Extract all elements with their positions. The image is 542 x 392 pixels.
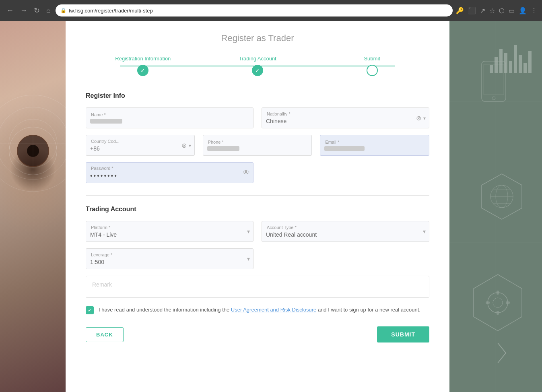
button-row: BACK SUBMIT (86, 326, 429, 342)
account-type-actions: ▾ (423, 228, 426, 235)
submit-button[interactable]: SUBMIT (377, 326, 429, 342)
email-group: Email * (320, 135, 429, 156)
svg-rect-11 (519, 55, 522, 73)
nationality-group: Nationality * Chinese ⊗ ▾ (262, 107, 429, 128)
email-value (324, 146, 365, 151)
platform-dropdown-icon[interactable]: ▾ (247, 228, 250, 235)
step-submit[interactable]: Submit (315, 56, 429, 76)
page-title: Register as Trader (86, 33, 429, 43)
trading-account-section: Trading Account Platform * MT4 - Live ▾ (86, 206, 429, 269)
svg-rect-26 (497, 291, 499, 295)
url-text: tw.fisg.com/register/trader/multi-step (69, 8, 153, 14)
nationality-actions: ⊗ ▾ (416, 114, 426, 122)
password-field-wrapper[interactable]: Password * •••••••• 👁 (86, 162, 253, 183)
phone-group: Phone * (203, 135, 312, 156)
right-sidebar-decoration (449, 21, 542, 392)
svg-point-16 (492, 97, 495, 100)
svg-rect-27 (497, 311, 499, 315)
account-type-group: Account Type * United Real account ▾ (262, 221, 429, 242)
country-code-field-wrapper[interactable]: Country Cod... +86 ⊗ ▾ (86, 135, 195, 156)
name-nationality-row: Name * Nationality * Chinese ⊗ ▾ (86, 107, 429, 128)
window-icon[interactable]: ▭ (509, 7, 515, 14)
center-content: Register as Trader Registration Informat… (66, 21, 449, 392)
password-actions: 👁 (243, 169, 250, 177)
account-type-dropdown-icon[interactable]: ▾ (423, 228, 426, 235)
leverage-value: 1:500 (90, 259, 249, 265)
password-group: Password * •••••••• 👁 (86, 162, 253, 183)
nationality-dropdown-icon[interactable]: ▾ (423, 115, 426, 121)
platform-field-wrapper[interactable]: Platform * MT4 - Live ▾ (86, 221, 253, 242)
country-code-dropdown-icon[interactable]: ▾ (189, 142, 191, 148)
account-type-value: United Real account (266, 231, 425, 238)
step-1-label: Registration Information (115, 56, 171, 62)
browser-actions: 🔑 ⬛ ↗ ☆ ⬡ ▭ 👤 ⋮ (456, 7, 537, 14)
email-label: Email * (324, 140, 425, 144)
bookmark-icon[interactable]: ☆ (489, 7, 495, 14)
phone-value (207, 146, 239, 151)
svg-rect-9 (509, 61, 512, 73)
nationality-clear-icon[interactable]: ⊗ (416, 114, 421, 122)
leverage-group: Leverage * 1:500 ▾ (86, 248, 253, 269)
account-type-field-wrapper[interactable]: Account Type * United Real account ▾ (262, 221, 429, 242)
browser-chrome: ← → ↻ ⌂ 🔒 tw.fisg.com/register/trader/mu… (0, 0, 542, 21)
main-layout: Register as Trader Registration Informat… (0, 21, 542, 392)
step-2-label: Trading Account (239, 56, 276, 62)
name-label: Name * (90, 112, 249, 117)
back-nav-button[interactable]: ← (5, 5, 15, 17)
key-icon[interactable]: 🔑 (456, 7, 464, 14)
svg-marker-23 (474, 274, 522, 331)
agreement-checkbox[interactable]: ✓ (86, 306, 94, 314)
svg-rect-28 (486, 301, 490, 304)
share-icon[interactable]: ↗ (480, 7, 485, 14)
platform-label: Platform * (90, 225, 249, 230)
password-row: Password * •••••••• 👁 (86, 162, 429, 183)
extensions-icon[interactable]: ⬡ (499, 7, 505, 14)
leverage-actions: ▾ (247, 256, 250, 262)
nationality-field-wrapper[interactable]: Nationality * Chinese ⊗ ▾ (262, 107, 429, 128)
password-toggle-icon[interactable]: 👁 (243, 169, 250, 177)
address-bar[interactable]: 🔒 tw.fisg.com/register/trader/multi-step (56, 4, 453, 17)
step-trading-account[interactable]: Trading Account ✓ (200, 56, 315, 76)
stepper: Registration Information ✓ Trading Accou… (86, 56, 429, 76)
email-field-wrapper[interactable]: Email * (320, 135, 429, 156)
country-code-group: Country Cod... +86 ⊗ ▾ (86, 135, 195, 156)
step-3-circle (367, 65, 378, 76)
refresh-button[interactable]: ↻ (32, 4, 41, 17)
svg-marker-17 (482, 174, 522, 219)
name-group: Name * (86, 107, 253, 128)
step-registration-info[interactable]: Registration Information ✓ (86, 56, 200, 76)
agreement-row: ✓ I have read and understood the informa… (86, 306, 429, 314)
back-button[interactable]: BACK (86, 327, 124, 342)
name-value (90, 119, 122, 124)
agreement-text: I have read and understood the informati… (99, 306, 420, 314)
leverage-label: Leverage * (90, 252, 249, 257)
platform-account-row: Platform * MT4 - Live ▾ Account Type * U… (86, 221, 429, 242)
svg-point-25 (493, 298, 503, 307)
trading-account-title: Trading Account (86, 206, 429, 213)
country-code-clear-icon[interactable]: ⊗ (181, 142, 187, 149)
remark-field-wrapper[interactable]: Remark (86, 276, 429, 298)
cast-icon[interactable]: ⬛ (468, 7, 476, 14)
remark-placeholder: Remark (92, 281, 112, 288)
forward-nav-button[interactable]: → (19, 5, 29, 17)
home-button[interactable]: ⌂ (45, 5, 52, 17)
svg-rect-5 (490, 65, 493, 73)
svg-rect-10 (514, 45, 517, 73)
phone-label: Phone * (207, 140, 308, 144)
leverage-dropdown-icon[interactable]: ▾ (247, 256, 250, 262)
svg-rect-13 (528, 51, 532, 73)
phone-field-wrapper[interactable]: Phone * (203, 135, 312, 156)
menu-icon[interactable]: ⋮ (531, 7, 537, 14)
country-code-label: Country Cod... (90, 139, 190, 144)
name-field-wrapper[interactable]: Name * (86, 107, 253, 128)
lock-icon: 🔒 (60, 8, 66, 13)
right-sidebar-svg (449, 21, 542, 392)
step-1-circle: ✓ (137, 65, 148, 76)
profile-icon[interactable]: 👤 (519, 7, 527, 14)
password-value: •••••••• (90, 172, 249, 179)
svg-rect-29 (506, 301, 510, 304)
country-code-value: +86 (90, 145, 190, 152)
leverage-field-wrapper[interactable]: Leverage * 1:500 ▾ (86, 248, 253, 269)
agreement-link[interactable]: User Agreement and Risk Disclosure (231, 307, 316, 313)
country-code-actions: ⊗ ▾ (181, 142, 191, 149)
